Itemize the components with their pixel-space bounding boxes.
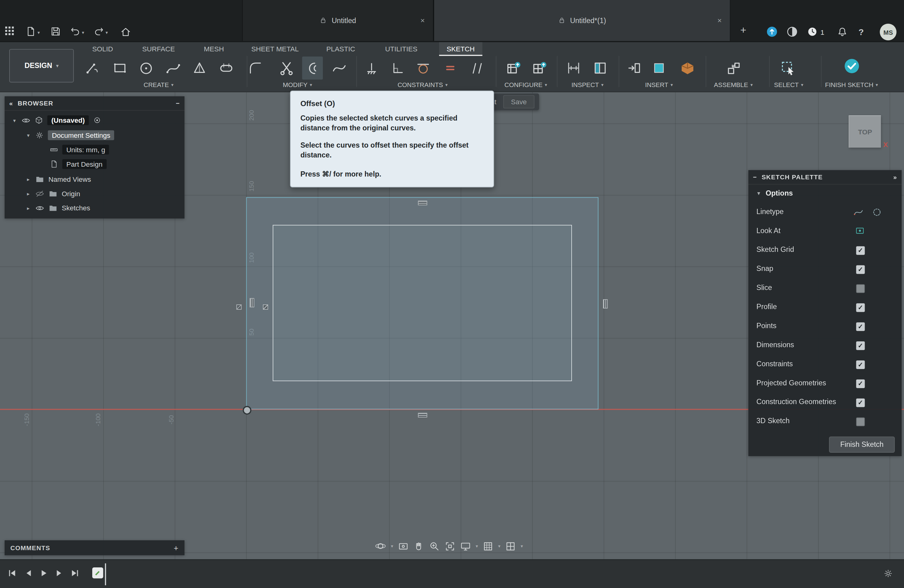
browser-item-units[interactable]: Units: mm, g — [5, 142, 185, 157]
chevron-right-icon[interactable]: ▸ — [25, 176, 32, 182]
slot-tool-icon[interactable] — [215, 57, 237, 80]
spline-tool-icon[interactable] — [163, 57, 183, 80]
browser-item-root[interactable]: ▾ (Unsaved) — [5, 113, 185, 128]
chevron-right-icon[interactable]: ▸ — [25, 205, 32, 211]
document-name[interactable]: (Unsaved) — [47, 115, 89, 125]
minimize-panel-icon[interactable]: − — [753, 174, 757, 180]
group-label-finish-sketch[interactable]: FINISH SKETCH▾ — [814, 80, 889, 90]
ribbon-tab-sheet-metal[interactable]: SHEET METAL — [244, 42, 306, 56]
collapse-panel-icon[interactable]: « — [9, 100, 13, 107]
rectangle-tool-icon[interactable] — [109, 57, 130, 80]
insert-canvas-icon[interactable] — [648, 57, 669, 80]
points-checkbox[interactable]: ✓ — [856, 322, 864, 331]
expand-panel-icon[interactable]: » — [893, 174, 897, 180]
workspace-selector[interactable]: DESIGN ▾ — [9, 49, 74, 82]
constraints-checkbox[interactable]: ✓ — [856, 360, 864, 369]
offset-tool-icon[interactable] — [302, 57, 323, 80]
constraint-icon-coincident[interactable] — [237, 305, 242, 310]
timeline-step-forward-icon[interactable] — [54, 568, 65, 579]
section-analysis-icon[interactable] — [590, 57, 611, 80]
sketch-inner-rectangle[interactable] — [273, 225, 572, 381]
measure-tool-icon[interactable] — [563, 57, 584, 80]
timeline-settings-gear-icon[interactable] — [883, 569, 893, 579]
eye-icon[interactable] — [21, 115, 30, 125]
add-comment-icon[interactable]: + — [174, 543, 179, 552]
timeline-position-marker[interactable] — [105, 563, 106, 585]
browser-item-label[interactable]: Units: mm, g — [62, 145, 109, 155]
redo-icon[interactable] — [93, 26, 104, 37]
group-label-insert[interactable]: INSERT▾ — [621, 80, 697, 90]
curve-tool-icon[interactable] — [329, 57, 349, 80]
save-button[interactable]: Save — [503, 95, 534, 108]
group-label-constraints[interactable]: CONSTRAINTS▾ — [385, 80, 460, 90]
group-label-modify[interactable]: MODIFY▾ — [260, 80, 335, 90]
group-label-inspect[interactable]: INSPECT▾ — [550, 80, 625, 90]
file-menu-caret-icon[interactable]: ▾ — [38, 30, 40, 35]
dimensions-checkbox[interactable]: ✓ — [856, 341, 864, 350]
ribbon-tab-solid[interactable]: SOLID — [85, 42, 120, 56]
bell-icon[interactable] — [837, 26, 848, 38]
home-icon[interactable] — [120, 26, 131, 38]
browser-item-label[interactable]: Document Settings — [48, 130, 114, 140]
display-settings-caret-icon[interactable]: ▾ — [476, 544, 478, 548]
save-icon[interactable] — [50, 26, 61, 37]
browser-item-label[interactable]: Origin — [62, 190, 80, 198]
sketch-grid-checkbox[interactable]: ✓ — [856, 247, 864, 255]
ribbon-tab-plastic[interactable]: PLASTIC — [319, 42, 363, 56]
constraint-icon-horizontal[interactable] — [418, 201, 427, 205]
timeline-skip-end-icon[interactable] — [70, 568, 80, 579]
constraint-icon-coincident[interactable] — [263, 305, 268, 310]
finish-sketch-icon[interactable] — [841, 54, 862, 77]
timeline-play-icon[interactable] — [39, 568, 49, 579]
options-section-header[interactable]: ▾ Options — [748, 185, 902, 201]
constraint-icon-vertical[interactable] — [250, 298, 254, 307]
grid-settings-caret-icon[interactable]: ▾ — [498, 544, 501, 548]
comments-bar[interactable]: COMMENTS + — [5, 541, 185, 555]
ribbon-tab-sketch[interactable]: SKETCH — [439, 42, 482, 56]
perpendicular-constraint-icon[interactable] — [387, 57, 408, 80]
polygon-tool-icon[interactable] — [189, 57, 210, 80]
grid-settings-icon[interactable] — [482, 541, 493, 552]
app-grid-menu-icon[interactable] — [5, 26, 14, 36]
browser-item-document-settings[interactable]: ▾ Document Settings — [5, 128, 185, 142]
look-at-view-icon[interactable] — [398, 541, 409, 552]
view-cube[interactable]: TOP — [849, 115, 881, 148]
close-tab-icon[interactable]: × — [715, 16, 724, 25]
chevron-down-icon[interactable]: ▾ — [25, 132, 32, 138]
timeline-skip-start-icon[interactable] — [7, 568, 17, 579]
document-tab-active[interactable]: Untitled*(1) × — [433, 0, 730, 41]
fillet-tool-icon[interactable] — [245, 57, 266, 80]
configuration-icon[interactable] — [529, 57, 550, 80]
finish-sketch-button[interactable]: Finish Sketch — [829, 436, 895, 453]
circle-tool-icon[interactable] — [136, 57, 156, 80]
ribbon-tab-utilities[interactable]: UTILITIES — [378, 42, 425, 56]
assemble-joint-icon[interactable] — [723, 57, 744, 80]
job-status-icon[interactable] — [766, 25, 778, 38]
avatar[interactable]: MS — [880, 24, 896, 40]
activity-clock-icon[interactable] — [806, 26, 818, 38]
linetype-normal-icon[interactable] — [853, 207, 864, 217]
tangent-constraint-icon[interactable] — [413, 57, 434, 80]
equal-constraint-icon[interactable] — [440, 57, 461, 80]
close-tab-icon[interactable]: × — [418, 16, 427, 25]
redo-caret-icon[interactable]: ▾ — [106, 30, 108, 35]
insert-derive-icon[interactable] — [624, 57, 645, 80]
chevron-right-icon[interactable]: ▸ — [25, 191, 32, 196]
insert-decal-icon[interactable] — [677, 57, 698, 80]
eye-icon[interactable] — [35, 203, 44, 212]
orbit-caret-icon[interactable]: ▾ — [391, 544, 393, 548]
constraint-icon-horizontal[interactable] — [418, 413, 427, 417]
construction-geometries-checkbox[interactable]: ✓ — [856, 398, 864, 407]
orbit-icon[interactable] — [375, 541, 387, 552]
timeline-step-back-icon[interactable] — [23, 568, 33, 579]
slice-checkbox[interactable] — [856, 284, 864, 293]
browser-item-part-design[interactable]: Part Design — [5, 157, 185, 171]
profile-checkbox[interactable]: ✓ — [856, 303, 864, 312]
projected-geometries-checkbox[interactable]: ✓ — [856, 379, 864, 388]
globe-icon[interactable] — [786, 25, 798, 38]
chevron-down-icon[interactable]: ▾ — [12, 117, 17, 123]
timeline-sketch-feature-icon[interactable] — [92, 567, 103, 579]
group-label-create[interactable]: CREATE▾ — [121, 80, 196, 90]
trim-tool-icon[interactable] — [276, 57, 297, 80]
parallel-constraint-icon[interactable] — [466, 57, 487, 80]
